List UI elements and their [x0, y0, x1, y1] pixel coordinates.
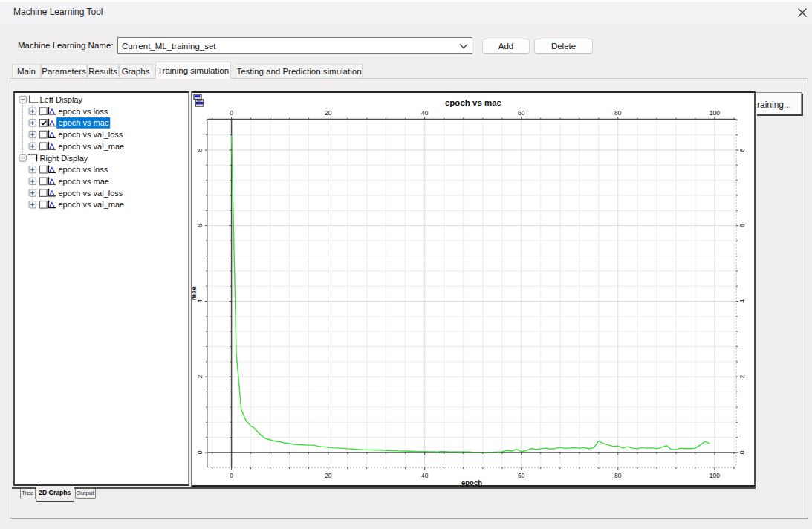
- svg-text:epoch vs val_mae: epoch vs val_mae: [59, 200, 125, 209]
- svg-text:60: 60: [518, 472, 525, 479]
- svg-text:20: 20: [325, 109, 332, 117]
- svg-text:epoch vs val_mae: epoch vs val_mae: [59, 142, 125, 151]
- svg-text:40: 40: [421, 109, 429, 117]
- svg-text:epoch vs loss: epoch vs loss: [59, 165, 108, 174]
- svg-text:epoch vs val_loss: epoch vs val_loss: [59, 130, 123, 139]
- svg-text:epoch vs mae: epoch vs mae: [59, 118, 109, 127]
- svg-text:8: 8: [196, 148, 204, 152]
- svg-text:0: 0: [196, 450, 204, 454]
- svg-text:4: 4: [738, 299, 746, 303]
- svg-text:80: 80: [614, 109, 622, 117]
- svg-text:6: 6: [738, 224, 746, 227]
- svg-text:40: 40: [421, 472, 429, 479]
- svg-text:20: 20: [325, 472, 332, 479]
- svg-text:0: 0: [230, 109, 233, 117]
- svg-text:epoch vs mae: epoch vs mae: [59, 177, 109, 186]
- svg-text:epoch vs val_loss: epoch vs val_loss: [59, 189, 123, 198]
- svg-text:2: 2: [196, 375, 204, 379]
- svg-text:epoch vs mae: epoch vs mae: [445, 98, 501, 107]
- svg-text:6: 6: [196, 224, 204, 227]
- svg-text:60: 60: [518, 109, 525, 117]
- svg-text:100: 100: [709, 472, 720, 479]
- svg-text:80: 80: [614, 472, 622, 479]
- svg-text:0: 0: [738, 450, 746, 454]
- svg-text:100: 100: [709, 109, 720, 117]
- svg-text:epoch: epoch: [461, 478, 482, 487]
- svg-text:2: 2: [738, 375, 746, 379]
- svg-text:8: 8: [738, 148, 746, 152]
- svg-text:Right Display: Right Display: [40, 154, 88, 163]
- svg-text:mae: mae: [192, 286, 198, 300]
- svg-text:epoch vs loss: epoch vs loss: [59, 107, 108, 116]
- svg-text:Left Display: Left Display: [40, 95, 83, 104]
- svg-text:0: 0: [230, 472, 233, 479]
